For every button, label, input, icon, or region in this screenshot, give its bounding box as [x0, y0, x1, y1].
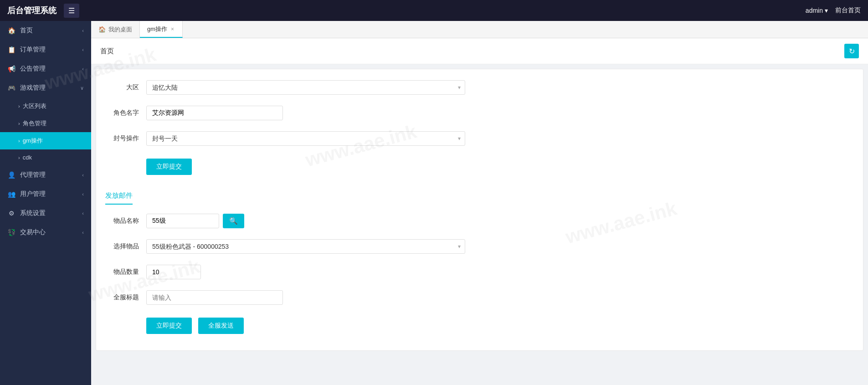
sidebar-label-gm-ops: gm操作	[23, 137, 43, 145]
agent-icon: 👤	[7, 171, 15, 179]
ban-op-label: 封号操作	[105, 134, 146, 143]
mail-submit-row: 立即提交 全服发送	[105, 314, 854, 334]
sidebar-item-agent[interactable]: 👤 代理管理 ‹	[0, 165, 91, 185]
sidebar-item-trade[interactable]: 💱 交易中心 ‹	[0, 223, 91, 242]
content-area: 🏠 我的桌面 gm操作 × 首页 ↻ 大区	[91, 21, 868, 385]
order-icon: 📋	[7, 46, 15, 53]
mail-section-title: 发放邮件	[105, 191, 133, 205]
ban-op-row: 封号操作 封号一天 ▾	[105, 129, 854, 148]
sidebar-arrow-settings: ‹	[82, 210, 84, 216]
select-item-label: 选择物品	[105, 242, 146, 251]
item-name-field: 🔍	[146, 214, 465, 228]
sidebar-item-gm-ops[interactable]: › gm操作	[0, 132, 91, 149]
sidebar-label-announce: 公告管理	[20, 65, 46, 73]
title-field	[146, 290, 465, 305]
trade-icon: 💱	[7, 229, 15, 236]
title-label: 全服标题	[105, 293, 146, 302]
ban-form-section: 大区 追忆大陆 ▾ 角色名字	[96, 69, 863, 351]
item-name-row: 物品名称 🔍	[105, 212, 854, 230]
title-input[interactable]	[146, 290, 283, 305]
sidebar-label-region-list: 大区列表	[23, 102, 46, 110]
role-name-row: 角色名字	[105, 104, 854, 122]
tab-home[interactable]: 🏠 我的桌面	[91, 21, 140, 38]
top-header: 后台管理系统 ☰ admin ▾ 前台首页	[0, 0, 868, 21]
role-field	[146, 106, 465, 120]
select-item-row: 选择物品 55级粉色武器 - 600000253 ▾	[105, 237, 854, 256]
qty-row: 物品数量	[105, 263, 854, 281]
sidebar-arrow-home: ‹	[82, 28, 84, 33]
ban-op-select-wrapper: 封号一天 ▾	[146, 131, 465, 146]
refresh-button[interactable]: ↻	[844, 44, 859, 58]
tab-close-icon[interactable]: ×	[170, 26, 175, 32]
tab-bar: 🏠 我的桌面 gm操作 ×	[91, 21, 868, 38]
ban-op-select[interactable]: 封号一天	[146, 131, 465, 146]
header-left: 后台管理系统 ☰	[7, 4, 79, 18]
sidebar-item-order[interactable]: 📋 订单管理 ‹	[0, 40, 91, 59]
announce-icon: 📢	[7, 65, 15, 72]
home-tab-label: 我的桌面	[108, 26, 132, 34]
select-item-field: 55级粉色武器 - 600000253 ▾	[146, 239, 465, 254]
main-layout: 🏠 首页 ‹ 📋 订单管理 ‹ 📢 公告管理 ‹ 🎮 游戏管理 ∨	[0, 21, 868, 385]
sidebar-label-order: 订单管理	[20, 46, 46, 54]
region-field: 追忆大陆 ▾	[146, 80, 465, 95]
ban-op-field: 封号一天 ▾	[146, 131, 465, 146]
title-row: 全服标题	[105, 288, 854, 307]
sub-arrow-cdk: ›	[18, 155, 20, 160]
page-header-bar: 首页 ↻	[91, 38, 868, 64]
qty-label: 物品数量	[105, 268, 146, 276]
sidebar-arrow-game: ∨	[80, 85, 84, 91]
region-row: 大区 追忆大陆 ▾	[105, 78, 854, 97]
role-input[interactable]	[146, 106, 283, 120]
sidebar-arrow-order: ‹	[82, 47, 84, 52]
select-item-select[interactable]: 55级粉色武器 - 600000253	[146, 239, 465, 254]
sidebar-arrow-announce: ‹	[82, 66, 84, 72]
sidebar-item-home[interactable]: 🏠 首页 ‹	[0, 21, 91, 40]
admin-menu[interactable]: admin ▾	[806, 7, 828, 14]
item-search-button[interactable]: 🔍	[223, 214, 244, 228]
sidebar-arrow-agent: ‹	[82, 172, 84, 178]
region-select[interactable]: 追忆大陆	[146, 80, 465, 95]
mail-action-buttons: 立即提交 全服发送	[146, 314, 244, 334]
ban-submit-row: 立即提交	[105, 155, 854, 175]
role-label: 角色名字	[105, 109, 146, 117]
sub-arrow-role: ›	[18, 121, 20, 126]
settings-icon: ⚙	[7, 210, 15, 217]
game-icon: 🎮	[7, 84, 15, 92]
ban-submit-button[interactable]: 立即提交	[146, 159, 192, 175]
sidebar-label-agent: 代理管理	[20, 171, 46, 179]
search-icon: 🔍	[229, 217, 238, 225]
sidebar-label-game: 游戏管理	[20, 84, 46, 92]
sidebar-item-role-mgmt[interactable]: › 角色管理	[0, 115, 91, 132]
mail-submit-button[interactable]: 立即提交	[146, 318, 192, 334]
region-select-wrapper: 追忆大陆 ▾	[146, 80, 465, 95]
header-right: admin ▾ 前台首页	[806, 6, 861, 15]
hamburger-button[interactable]: ☰	[64, 4, 79, 18]
mail-section: 发放邮件 物品名称 🔍 选择物	[105, 182, 854, 334]
qty-input[interactable]	[146, 265, 201, 279]
item-name-input[interactable]	[146, 214, 219, 228]
send-all-button[interactable]: 全服发送	[198, 318, 244, 334]
tab-gm-ops[interactable]: gm操作 ×	[140, 21, 183, 38]
sidebar-label-settings: 系统设置	[20, 209, 46, 217]
system-title: 后台管理系统	[7, 5, 56, 16]
qty-field	[146, 265, 465, 279]
user-icon: 👥	[7, 190, 15, 198]
sub-arrow-region: ›	[18, 103, 20, 109]
page-content: 首页 ↻ 大区 追忆大陆 ▾	[91, 38, 868, 385]
sidebar-item-game[interactable]: 🎮 游戏管理 ∨	[0, 78, 91, 98]
sidebar-item-region-list[interactable]: › 大区列表	[0, 98, 91, 115]
sidebar-arrow-user: ‹	[82, 191, 84, 197]
select-item-wrapper: 55级粉色武器 - 600000253 ▾	[146, 239, 465, 254]
home-tab-icon: 🏠	[98, 26, 106, 33]
item-name-label: 物品名称	[105, 217, 146, 225]
sidebar: 🏠 首页 ‹ 📋 订单管理 ‹ 📢 公告管理 ‹ 🎮 游戏管理 ∨	[0, 21, 91, 385]
sidebar-label-role-mgmt: 角色管理	[23, 119, 46, 128]
sidebar-item-settings[interactable]: ⚙ 系统设置 ‹	[0, 204, 91, 223]
tab-gm-label: gm操作	[147, 25, 167, 33]
sidebar-item-user[interactable]: 👥 用户管理 ‹	[0, 185, 91, 204]
front-page-link[interactable]: 前台首页	[835, 6, 861, 15]
sidebar-item-cdk[interactable]: › cdk	[0, 149, 91, 165]
sidebar-label-user: 用户管理	[20, 190, 46, 198]
sidebar-item-announce[interactable]: 📢 公告管理 ‹	[0, 59, 91, 78]
region-label: 大区	[105, 83, 146, 92]
